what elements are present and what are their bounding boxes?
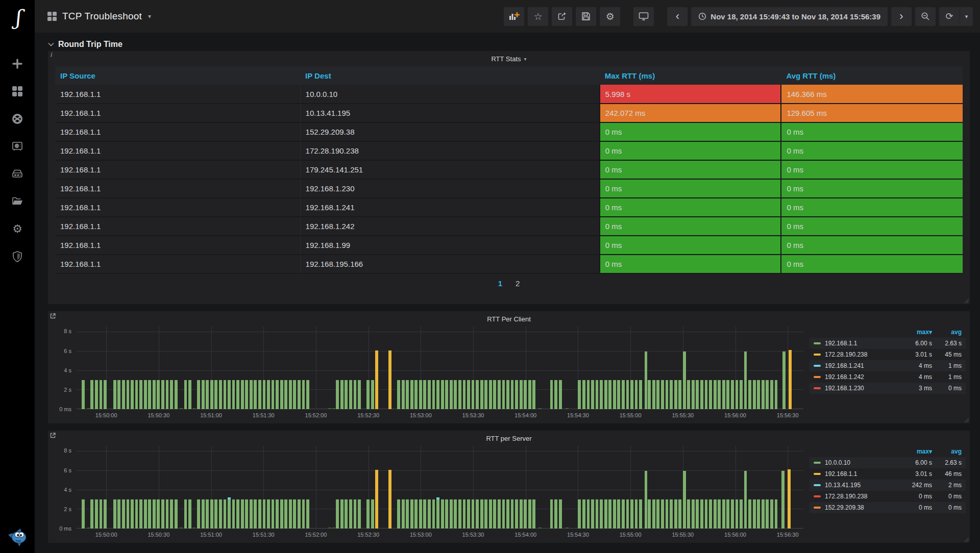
- hard-drive-icon[interactable]: [11, 167, 24, 181]
- panel-title-text: RTT Stats: [491, 55, 521, 63]
- row-collapse-round-trip-time[interactable]: Round Trip Time: [48, 33, 970, 51]
- chart-bar: [122, 380, 125, 409]
- table-row: 192.168.1.110.13.41.195242.072 ms129.605…: [55, 104, 963, 122]
- x-tick-label: 15:52:00: [305, 412, 327, 418]
- chart-bar: [166, 380, 169, 409]
- chart-bar: [157, 499, 160, 529]
- x-tick-label: 15:53:30: [462, 532, 484, 538]
- settings-button[interactable]: ⚙: [600, 7, 620, 26]
- chart-bar: [441, 380, 444, 409]
- chart-bar: [402, 380, 405, 409]
- create-plus-icon[interactable]: [11, 57, 24, 70]
- dashboards-grid-icon[interactable]: [11, 85, 24, 98]
- legend-series-name[interactable]: 192.168.1.230: [814, 385, 900, 392]
- settings-gear-icon[interactable]: ⚙: [11, 222, 24, 236]
- legend-series-name[interactable]: 10.13.41.195: [814, 482, 900, 489]
- legend-row: 172.28.190.2383.01 s45 ms: [810, 349, 966, 360]
- dashboard-title-caret-icon[interactable]: ▾: [148, 13, 151, 20]
- legend-series-name[interactable]: 152.29.209.38: [814, 504, 900, 511]
- refresh-interval-caret[interactable]: ▾: [960, 7, 973, 26]
- chart-bar: [502, 380, 505, 409]
- chart-bar: [493, 499, 496, 529]
- chart-bar: [600, 499, 603, 529]
- panel-title-rtt-per-client[interactable]: RTT Per Client: [48, 311, 970, 326]
- add-panel-button[interactable]: [504, 7, 524, 26]
- panel-info-icon[interactable]: i: [50, 51, 52, 58]
- chart-bar: [582, 499, 585, 529]
- aperture-icon[interactable]: [11, 112, 24, 125]
- legend-series-name[interactable]: 172.28.190.238: [814, 351, 900, 358]
- chart-bar: [214, 380, 217, 409]
- panel-title-rtt-per-server[interactable]: RTT per Server: [48, 431, 970, 446]
- save-button[interactable]: [576, 7, 596, 26]
- fish-mascot-icon[interactable]: [6, 527, 29, 549]
- chart-bar: [170, 499, 173, 529]
- chart-bar: [559, 499, 562, 529]
- chart-bar: [161, 380, 164, 409]
- chart-bar: [358, 380, 361, 409]
- chart-bar: [445, 499, 448, 529]
- chart-bar: [578, 380, 581, 409]
- star-button[interactable]: ☆: [528, 7, 548, 26]
- legend-series-name[interactable]: 192.168.1.241: [814, 362, 900, 369]
- time-forward-button[interactable]: ›: [891, 7, 912, 26]
- page-link-1[interactable]: 1: [498, 279, 502, 288]
- chart-bar: [210, 380, 213, 409]
- shield-icon[interactable]: [11, 250, 24, 263]
- x-tick-label: 15:53:00: [410, 412, 432, 418]
- chart-bar: [206, 380, 209, 409]
- legend-series-name[interactable]: 192.168.1.242: [814, 373, 900, 381]
- chart-bar: [762, 499, 765, 529]
- chart-bar: [332, 527, 335, 529]
- grafana-logo-icon[interactable]: ʃ: [15, 4, 20, 31]
- legend-sort-max[interactable]: max▾: [900, 448, 932, 455]
- panel-rtt-stats: i RTT Stats ▾ IP SourceIP DestMax RTT (m…: [48, 51, 970, 304]
- external-link-icon[interactable]: [50, 313, 56, 319]
- chart-bar: [528, 380, 531, 409]
- chart-bar: [718, 380, 721, 409]
- legend-series-name[interactable]: 192.168.1.1: [814, 470, 900, 477]
- legend-max-value: 0 ms: [900, 504, 932, 511]
- chart-bar: [683, 351, 686, 409]
- chart-bar: [770, 380, 773, 409]
- chart-bar: [336, 380, 339, 409]
- refresh-button[interactable]: ⟳: [939, 7, 960, 26]
- chart-bar: [489, 499, 492, 529]
- safe-icon[interactable]: [11, 140, 24, 153]
- panel-resize-handle[interactable]: [964, 298, 969, 303]
- legend-sort-avg[interactable]: avg: [932, 448, 962, 455]
- chart-bar: [188, 499, 191, 529]
- legend-series-name[interactable]: 172.28.190.238: [814, 493, 900, 500]
- time-back-button[interactable]: ‹: [667, 7, 688, 26]
- share-button[interactable]: [552, 7, 572, 26]
- zoom-out-button[interactable]: [915, 7, 936, 26]
- cycle-view-monitor-button[interactable]: [633, 7, 654, 26]
- chart-bar: [608, 499, 611, 529]
- column-header[interactable]: IP Source: [55, 66, 300, 85]
- chart-bar: [224, 499, 227, 529]
- time-range-button[interactable]: Nov 18, 2014 15:49:43 to Nov 18, 2014 15…: [691, 7, 888, 26]
- legend-sort-max[interactable]: max▾: [900, 329, 932, 336]
- column-header[interactable]: Avg RTT (ms): [781, 66, 963, 85]
- time-range-text: Nov 18, 2014 15:49:43 to Nov 18, 2014 15…: [710, 12, 880, 21]
- panel-rtt-per-client: RTT Per Client 8 s6 s4 s2 s0 ms 15:50:00…: [48, 311, 970, 423]
- legend-series-name[interactable]: 10.0.0.10: [814, 459, 900, 466]
- chart-bar: [626, 499, 629, 529]
- column-header[interactable]: IP Dest: [300, 66, 600, 85]
- table-row: 192.168.1.1192.168.1.2300 ms0 ms: [55, 179, 963, 198]
- legend-color-dash: [814, 484, 821, 486]
- chart-bar: [770, 499, 773, 529]
- chart-bar: [652, 380, 655, 409]
- dashboard-picker-grid-icon[interactable]: [47, 11, 57, 21]
- page-link-2[interactable]: 2: [516, 279, 520, 288]
- chart-bar: [441, 499, 444, 529]
- chart-bar: [214, 499, 217, 529]
- legend-series-name[interactable]: 192.168.1.1: [814, 340, 900, 347]
- chart-bar: [406, 499, 409, 529]
- legend-sort-avg[interactable]: avg: [932, 329, 962, 336]
- external-link-icon[interactable]: [50, 433, 56, 438]
- column-header[interactable]: Max RTT (ms): [600, 66, 781, 85]
- dashboard-title[interactable]: TCP Troubleshoot: [62, 11, 142, 22]
- folder-open-icon[interactable]: [11, 195, 24, 208]
- panel-title-rtt-stats[interactable]: RTT Stats ▾: [55, 51, 963, 66]
